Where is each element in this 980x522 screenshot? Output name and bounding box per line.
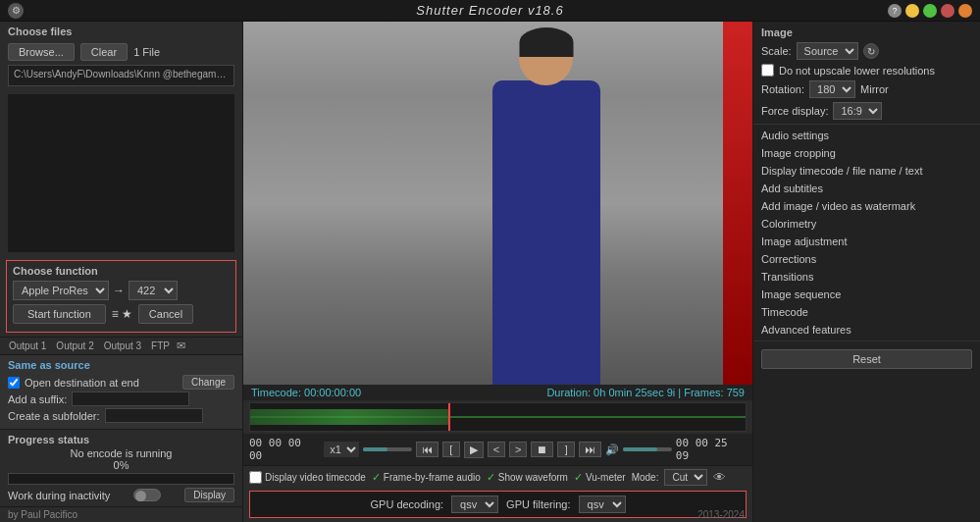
video-preview: 1080x1920 H.264 [243, 22, 752, 385]
gpu-decoding-select[interactable]: qsv [451, 496, 498, 513]
choose-function-header: Choose function [13, 265, 230, 281]
speed-slider-fill [363, 447, 387, 451]
vu-meter-label[interactable]: ✓ Vu-meter [574, 471, 626, 484]
audio-settings-item[interactable]: Audio settings [753, 127, 980, 144]
gear-icon[interactable]: ⚙ [8, 3, 24, 19]
show-waveform-label[interactable]: ✓ Show waveform [487, 471, 568, 484]
vu-meter-check: ✓ [574, 471, 583, 484]
bottom-controls: Display video timecode ✓ Frame-by-frame … [243, 465, 752, 489]
mode-select[interactable]: Cut [664, 469, 707, 486]
waveform-bar[interactable] [249, 402, 747, 432]
refresh-button[interactable]: ↻ [863, 43, 879, 59]
play-button[interactable]: ▶ [464, 442, 484, 458]
timecode-item[interactable]: Timecode [753, 303, 980, 321]
divider-2 [753, 340, 980, 341]
browse-button[interactable]: Browse... [8, 43, 75, 61]
top-bar-right: ? [888, 4, 972, 18]
frame-by-frame-check: ✓ [372, 471, 381, 484]
start-function-button[interactable]: Start function [13, 304, 106, 324]
next-button[interactable]: > [509, 442, 527, 457]
person-hair [519, 27, 573, 57]
output-tabs: Output 1 Output 2 Output 3 FTP ✉ [0, 337, 242, 354]
speed-select[interactable]: x1 [324, 442, 359, 457]
work-inactivity-label: Work during inactivity [8, 490, 110, 501]
add-subtitles-item[interactable]: Add subtitles [753, 180, 980, 197]
suffix-label: Add a suffix: [8, 393, 67, 405]
transitions-item[interactable]: Transitions [753, 268, 980, 286]
volume-icon: 🔊 [605, 444, 619, 456]
clear-button[interactable]: Clear [80, 43, 128, 61]
time-end: 00 00 25 09 [676, 437, 747, 462]
minimize-button[interactable] [905, 4, 919, 18]
scale-row: Scale: Source ↻ [753, 40, 980, 62]
gpu-filtering-select[interactable]: qsv [579, 496, 626, 513]
speed-slider[interactable] [363, 447, 412, 451]
force-display-select[interactable]: 16:9 [833, 102, 882, 120]
duration-right: Duration: 0h 0min 25sec 9i | Frames: 759 [546, 387, 745, 398]
help-button[interactable]: ? [888, 4, 902, 18]
subfolder-input[interactable] [105, 408, 203, 423]
reset-button[interactable]: Reset [761, 349, 972, 369]
cancel-button[interactable]: Cancel [138, 304, 193, 324]
suffix-row: Add a suffix: [8, 392, 234, 406]
prev-frame-button[interactable]: [ [442, 442, 460, 457]
display-timecode-checkbox[interactable] [249, 471, 262, 484]
extra-button[interactable] [958, 4, 972, 18]
red-stripe [723, 22, 752, 385]
codec-variant-select[interactable]: 422 [129, 281, 178, 300]
corrections-item[interactable]: Corrections [753, 250, 980, 268]
eye-button[interactable]: 👁 [713, 470, 726, 485]
image-cropping-item[interactable]: Image cropping [753, 144, 980, 162]
progress-section: Progress status No encode is running 0% … [0, 429, 242, 506]
no-upscale-checkbox[interactable] [761, 64, 774, 77]
close-button[interactable] [941, 4, 954, 18]
progress-status-text: No encode is running [8, 447, 234, 459]
colorimetry-item[interactable]: Colorimetry [753, 215, 980, 233]
open-destination-label: Open destination at end [25, 377, 139, 389]
work-inactivity-row: Work during inactivity Display [8, 488, 234, 502]
open-destination-checkbox[interactable] [8, 377, 20, 389]
image-adjustment-item[interactable]: Image adjustment [753, 233, 980, 250]
ftp-tab[interactable]: FTP [148, 339, 173, 352]
suffix-input[interactable] [72, 392, 189, 406]
email-icon[interactable]: ✉ [177, 339, 185, 352]
force-display-label: Force display: [761, 105, 828, 117]
timecode-display: 00 00 00 00 [249, 437, 320, 462]
rotation-select[interactable]: 180 [809, 80, 855, 98]
video-thumbnail [243, 22, 752, 385]
add-watermark-item[interactable]: Add image / video as watermark [753, 197, 980, 215]
choose-function-section: Choose function Apple ProRes → 422 Start… [6, 260, 236, 333]
display-timecode-label[interactable]: Display video timecode [249, 471, 366, 484]
image-sequence-item[interactable]: Image sequence [753, 286, 980, 303]
output-tab-2[interactable]: Output 2 [53, 339, 96, 352]
top-bar-left: ⚙ [8, 3, 24, 19]
display-timecode-item[interactable]: Display timecode / file name / text [753, 162, 980, 180]
stop-button[interactable]: ⏹ [531, 442, 553, 457]
maximize-button[interactable] [923, 4, 937, 18]
divider-1 [753, 124, 980, 125]
mode-label: Mode: [632, 472, 659, 483]
gpu-bar: GPU decoding: qsv GPU filtering: qsv [249, 491, 747, 518]
output-tab-1[interactable]: Output 1 [6, 339, 49, 352]
volume-slider[interactable] [623, 447, 672, 451]
force-display-row: Force display: 16:9 [753, 100, 980, 122]
display-button[interactable]: Display [184, 488, 234, 502]
codec-select[interactable]: Apple ProRes [13, 281, 109, 300]
list-icon[interactable]: ≡ [112, 307, 119, 321]
transport-bar: 00 00 00 00 x1 ⏮ [ ▶ < > ⏹ ] ⏭ 🔊 00 00 2… [243, 434, 752, 465]
advanced-features-item[interactable]: Advanced features [753, 321, 980, 339]
frame-by-frame-label[interactable]: ✓ Frame-by-frame audio [372, 471, 481, 484]
output-tab-3[interactable]: Output 3 [101, 339, 144, 352]
scale-select[interactable]: Source [797, 42, 858, 60]
no-upscale-label: Do not upscale lower resolutions [779, 65, 935, 77]
function-row: Apple ProRes → 422 [13, 281, 230, 300]
next-frame-button[interactable]: ] [557, 442, 575, 457]
timecode-left: Timecode: 00:00:00:00 [251, 387, 361, 398]
star-icon[interactable]: ★ [122, 307, 132, 321]
prev-button[interactable]: < [488, 442, 505, 457]
playhead [448, 403, 450, 431]
to-start-button[interactable]: ⏮ [416, 442, 438, 457]
to-end-button[interactable]: ⏭ [579, 442, 601, 457]
work-inactivity-toggle[interactable] [133, 489, 161, 501]
change-button[interactable]: Change [182, 375, 234, 390]
